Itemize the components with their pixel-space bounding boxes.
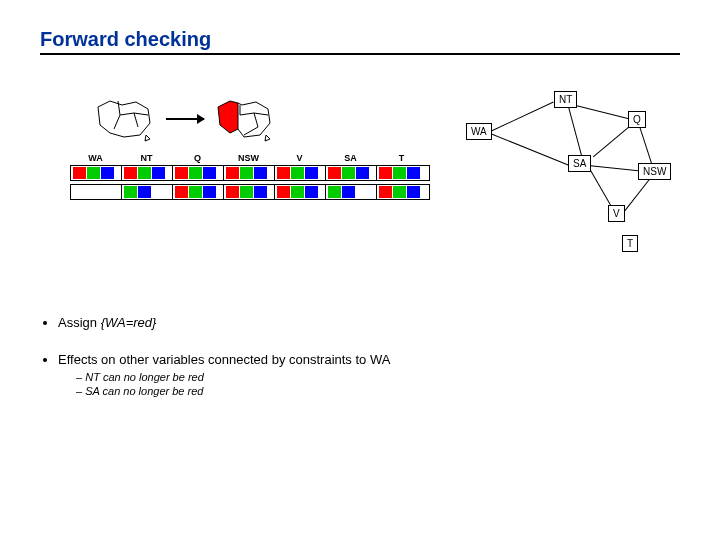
color-swatch <box>240 167 253 179</box>
table-cell <box>173 185 224 199</box>
table-cell <box>326 166 377 180</box>
constraint-graph: NT WA Q SA NSW V T <box>460 85 660 255</box>
color-swatch <box>407 167 420 179</box>
table-row <box>70 184 430 200</box>
color-swatch <box>393 186 406 198</box>
color-swatch <box>124 186 137 198</box>
color-swatch <box>87 167 100 179</box>
header-t: T <box>376 153 427 163</box>
table-cell <box>122 185 173 199</box>
table-cell <box>71 166 122 180</box>
color-swatch <box>407 186 420 198</box>
color-swatch <box>393 167 406 179</box>
node-q: Q <box>628 111 646 128</box>
color-swatch <box>138 186 151 198</box>
header-wa: WA <box>70 153 121 163</box>
color-swatch <box>175 167 188 179</box>
table-cell <box>326 185 377 199</box>
header-v: V <box>274 153 325 163</box>
color-swatch <box>226 167 239 179</box>
color-swatch <box>277 186 290 198</box>
node-nt: NT <box>554 91 577 108</box>
header-sa: SA <box>325 153 376 163</box>
table-row <box>70 165 430 181</box>
maps-row <box>70 95 430 143</box>
color-swatch <box>379 186 392 198</box>
visuals-row: WA NT Q NSW V SA T NT WA Q SA NSW V T <box>40 95 680 255</box>
node-nsw: NSW <box>638 163 671 180</box>
color-swatch <box>254 167 267 179</box>
sub-bullet-2: SA can no longer be red <box>76 385 680 397</box>
color-swatch <box>175 186 188 198</box>
color-swatch <box>342 186 355 198</box>
sub-bullet-1: NT can no longer be red <box>76 371 680 383</box>
arrow-icon <box>166 118 204 120</box>
header-nt: NT <box>121 153 172 163</box>
bullet-2-text: Effects on other variables connected by … <box>58 352 390 367</box>
color-swatch <box>203 186 216 198</box>
domain-table: WA NT Q NSW V SA T <box>70 153 430 200</box>
node-sa: SA <box>568 155 591 172</box>
color-swatch <box>226 186 239 198</box>
color-swatch <box>240 186 253 198</box>
bullet-1-prefix: Assign <box>58 315 101 330</box>
color-swatch <box>356 167 369 179</box>
color-swatch <box>189 186 202 198</box>
map-before <box>90 95 160 143</box>
color-swatch <box>101 167 114 179</box>
table-cell <box>224 185 275 199</box>
color-swatch <box>73 186 116 198</box>
color-swatch <box>277 167 290 179</box>
header-nsw: NSW <box>223 153 274 163</box>
color-swatch <box>138 167 151 179</box>
color-swatch <box>73 167 86 179</box>
node-wa: WA <box>466 123 492 140</box>
color-swatch <box>379 167 392 179</box>
slide-title: Forward checking <box>40 28 680 55</box>
bullet-list: Assign {WA=red} Effects on other variabl… <box>40 315 680 397</box>
color-swatch <box>254 186 267 198</box>
color-swatch <box>203 167 216 179</box>
color-swatch <box>342 167 355 179</box>
color-swatch <box>305 186 318 198</box>
map-after <box>210 95 280 143</box>
table-cell <box>275 185 326 199</box>
table-cell <box>122 166 173 180</box>
bullet-1-value: {WA=red} <box>101 315 157 330</box>
table-cell <box>224 166 275 180</box>
table-cell <box>275 166 326 180</box>
color-swatch <box>291 186 304 198</box>
color-swatch <box>328 186 341 198</box>
node-t: T <box>622 235 638 252</box>
header-q: Q <box>172 153 223 163</box>
color-swatch <box>189 167 202 179</box>
table-cell <box>71 185 122 199</box>
bullet-1: Assign {WA=red} <box>58 315 680 330</box>
left-visual: WA NT Q NSW V SA T <box>70 95 430 203</box>
table-cell <box>377 185 428 199</box>
table-cell <box>377 166 428 180</box>
table-cell <box>173 166 224 180</box>
color-swatch <box>305 167 318 179</box>
edge <box>488 132 570 166</box>
node-v: V <box>608 205 625 222</box>
color-swatch <box>124 167 137 179</box>
color-swatch <box>328 167 341 179</box>
color-swatch <box>291 167 304 179</box>
bullet-2: Effects on other variables connected by … <box>58 352 680 397</box>
table-headers: WA NT Q NSW V SA T <box>70 153 430 163</box>
color-swatch <box>152 167 165 179</box>
edge <box>488 102 554 133</box>
